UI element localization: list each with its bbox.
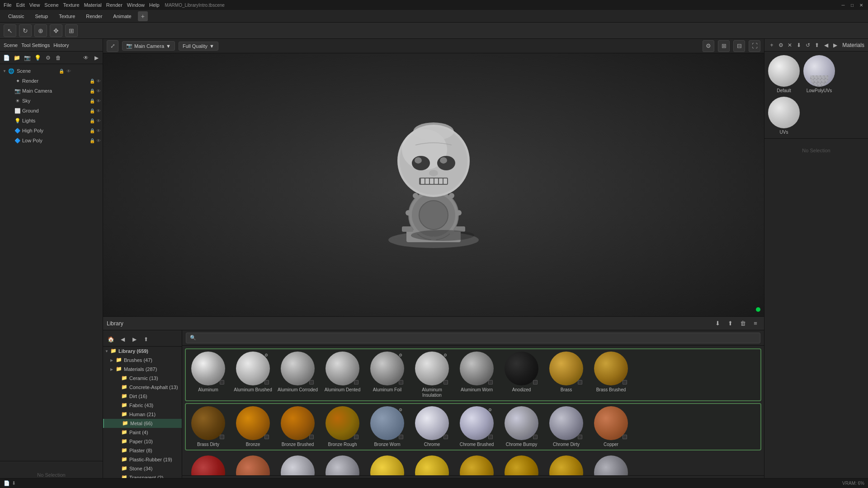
mat-item-bronze-brushed[interactable]: Bronze Brushed — [276, 405, 319, 449]
lib-tree-fabric[interactable]: 📁 Fabric (43) — [103, 401, 182, 410]
mat-item-chrome-bumpy[interactable]: Chrome Bumpy — [500, 405, 543, 449]
mat-slot-uvs[interactable]: UVs — [768, 97, 800, 135]
tree-item-maincamera[interactable]: 📷 Main Camera 🔒 👁 — [0, 86, 103, 96]
lib-tree-ceramic[interactable]: 📁 Ceramic (13) — [103, 374, 182, 383]
scene-camera-btn[interactable]: 📷 — [23, 53, 32, 62]
lib-tree-human[interactable]: 📁 Human (21) — [103, 410, 182, 419]
mat-item-aluminum-dented[interactable]: Aluminum Dented — [321, 350, 364, 399]
mat-settings-btn[interactable]: ⚙ — [777, 41, 784, 50]
lib-tree-concrete[interactable]: 📁 Concrete-Asphalt (13) — [103, 383, 182, 392]
lib-up-btn[interactable]: ⬆ — [141, 334, 151, 344]
library-upload-btn[interactable]: ⬆ — [725, 319, 735, 328]
mat-item-brass-brushed[interactable]: Brass Brushed — [590, 350, 632, 399]
library-download-btn[interactable]: ⬇ — [712, 319, 722, 328]
mat-item-galvanized[interactable]: Galvanized — [276, 454, 319, 475]
scene-eye-btn[interactable]: 👁 — [81, 53, 90, 62]
lib-tree-dirt[interactable]: 📁 Dirt (16) — [103, 392, 182, 401]
mat-item-galvanized-worn[interactable]: Galvanized Worn — [321, 454, 364, 475]
lib-tree-materials[interactable]: ▶ 📁 Materials (287) — [103, 365, 182, 374]
mat-item-bronze[interactable]: Bronze — [231, 405, 274, 449]
mat-slot-lowpolyvs[interactable]: LowPolyUVs — [803, 55, 835, 93]
lib-forward-btn[interactable]: ▶ — [129, 334, 139, 344]
vp-fullscreen-btn[interactable]: ⛶ — [749, 40, 760, 52]
scene-settings-btn[interactable]: ⚙ — [43, 53, 52, 62]
tree-item-sky[interactable]: ☀ Sky 🔒 👁 — [0, 96, 103, 106]
menu-view[interactable]: View — [29, 2, 40, 8]
close-button[interactable]: ✕ — [858, 2, 864, 8]
mat-item-gold-leaf-2[interactable]: Gold Leaf — [545, 454, 588, 475]
mat-item-gold[interactable]: Gold — [366, 454, 409, 475]
vp-split-btn[interactable]: ⊞ — [718, 40, 730, 52]
mat-item-aluminum-corroded[interactable]: Aluminum Corroded — [276, 350, 319, 399]
library-grid-btn[interactable]: ≡ — [750, 319, 760, 328]
lib-tree-brushes[interactable]: ▶ 📁 Brushes (47) — [103, 356, 182, 365]
mat-add-btn[interactable]: + — [768, 41, 775, 50]
orbit-tool-button[interactable]: ⊕ — [34, 24, 47, 37]
tab-animate[interactable]: Animate — [108, 12, 136, 20]
menu-material[interactable]: Material — [84, 2, 102, 8]
mat-item-aluminum-insulation[interactable]: ⚙ Aluminum Insulation — [410, 350, 453, 399]
pan-tool-button[interactable]: ✥ — [50, 24, 62, 37]
mat-item-copper-dirty[interactable]: Copper Dirty — [187, 454, 230, 475]
menu-window[interactable]: Window — [127, 2, 145, 8]
mat-slot-default[interactable]: Default — [768, 55, 800, 93]
mat-item-brass[interactable]: Brass — [545, 350, 588, 399]
tab-texture[interactable]: Texture — [54, 12, 80, 20]
mat-item-bronze-rough[interactable]: Bronze Rough — [321, 405, 364, 449]
lib-tree-stone[interactable]: 📁 Stone (34) — [103, 464, 182, 473]
menu-edit[interactable]: Edit — [16, 2, 25, 8]
mat-item-aluminum-brushed[interactable]: ⚙ Aluminum Brushed — [231, 350, 274, 399]
statusbar-icon-2[interactable]: ⬇ — [12, 480, 16, 486]
select-tool-button[interactable]: ↖ — [4, 24, 16, 37]
camera-selector[interactable]: 📷 Main Camera ▼ — [122, 41, 175, 51]
tree-item-lowpoly[interactable]: 🔷 Low Poly 🔒 👁 — [0, 136, 103, 145]
mat-delete-btn[interactable]: ✕ — [786, 41, 793, 50]
scene-add-btn[interactable]: 📄 — [2, 53, 11, 62]
mat-reset-btn[interactable]: ↺ — [804, 41, 811, 50]
mat-item-anodized[interactable]: Anodized — [500, 350, 543, 399]
library-delete-btn[interactable]: 🗑 — [738, 319, 748, 328]
tree-item-lights[interactable]: 💡 Lights 🔒 👁 — [0, 116, 103, 126]
add-workspace-button[interactable]: + — [138, 11, 148, 21]
lib-tree-plaster[interactable]: 📁 Plaster (8) — [103, 446, 182, 455]
3d-viewport[interactable] — [103, 53, 764, 316]
tree-item-scene[interactable]: ▼ 🌐 Scene 🔒 👁 — [0, 66, 103, 76]
mat-item-chrome-brushed[interactable]: ⚙ Chrome Brushed — [455, 405, 498, 449]
mat-item-iron[interactable]: Iron — [590, 454, 632, 475]
menu-help[interactable]: Help — [149, 2, 160, 8]
scale-tool-button[interactable]: ⊞ — [65, 24, 78, 37]
menu-render[interactable]: Render — [106, 2, 123, 8]
maximize-button[interactable]: □ — [849, 2, 855, 8]
lib-tree-library[interactable]: ▼ 📁 Library (659) — [103, 347, 182, 356]
lib-tree-metal[interactable]: 📁 Metal (66) — [103, 419, 182, 428]
mat-item-aluminum[interactable]: Aluminum — [187, 350, 230, 399]
mat-next-btn[interactable]: ▶ — [831, 41, 839, 50]
vp-maximize-btn[interactable]: ⤢ — [107, 40, 118, 52]
tab-classic[interactable]: Classic — [4, 12, 28, 20]
tree-item-render[interactable]: ✦ Render 🔒 👁 — [0, 76, 103, 86]
lib-tree-paint[interactable]: 📁 Paint (4) — [103, 428, 182, 437]
lib-tree-paper[interactable]: 📁 Paper (10) — [103, 437, 182, 446]
menu-file[interactable]: File — [4, 2, 12, 8]
tree-item-ground[interactable]: ⬜ Ground 🔒 👁 — [0, 106, 103, 116]
lib-home-btn[interactable]: 🏠 — [106, 334, 116, 344]
rotate-tool-button[interactable]: ↻ — [19, 24, 32, 37]
minimize-button[interactable]: ─ — [840, 2, 846, 8]
mat-export-btn[interactable]: ⬆ — [813, 41, 821, 50]
mat-item-chrome-dirty[interactable]: Chrome Dirty — [545, 405, 588, 449]
scene-collapse-btn[interactable]: ▶ — [92, 53, 101, 62]
quality-selector[interactable]: Full Quality ▼ — [179, 42, 218, 51]
menu-scene[interactable]: Scene — [44, 2, 58, 8]
tree-item-highpoly[interactable]: 🔷 High Poly 🔒 👁 — [0, 126, 103, 136]
mat-import-btn[interactable]: ⬇ — [795, 41, 802, 50]
scene-delete-btn[interactable]: 🗑 — [54, 53, 63, 62]
mat-item-brass-dirty[interactable]: Brass Dirty — [187, 405, 230, 449]
mat-item-copper2[interactable]: Copper — [231, 454, 274, 475]
mat-item-aluminum-worn[interactable]: Aluminum Worn — [455, 350, 498, 399]
scene-folder-btn[interactable]: 📁 — [12, 53, 21, 62]
statusbar-icon-1[interactable]: 📄 — [4, 480, 10, 486]
mat-item-bronze-worn[interactable]: ⚙ Bronze Worn — [366, 405, 409, 449]
tab-render[interactable]: Render — [81, 12, 107, 20]
mat-item-gold-leaf-1[interactable]: Gold Leaf — [500, 454, 543, 475]
mat-prev-btn[interactable]: ◀ — [822, 41, 830, 50]
